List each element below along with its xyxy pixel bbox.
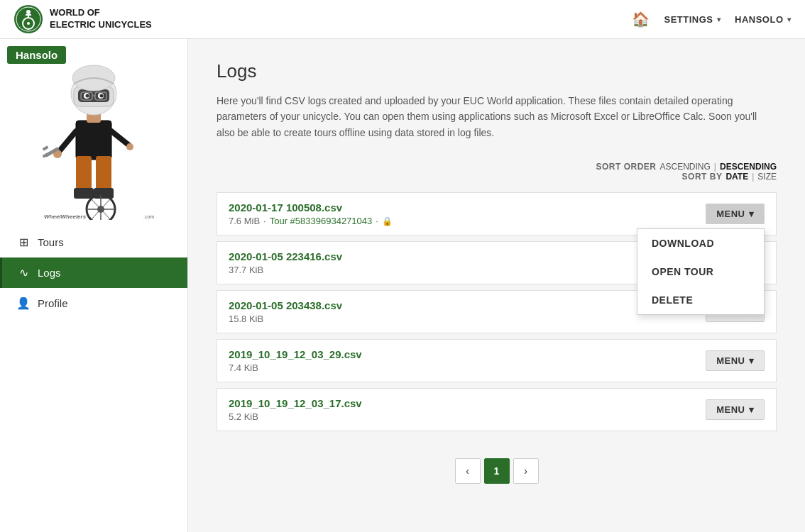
sort-separator-1: | [714,162,716,172]
home-button[interactable]: 🏠 [632,11,650,28]
log-entry-2-info: 2020-01-05 223416.csv 37.7 KiB [229,250,342,275]
log-menu-container-1: MENU ▾ DOWNLOAD OPEN TOUR DELETE [706,204,765,224]
menu-label-5: MENU [716,404,745,415]
menu-chevron-4: ▾ [749,355,755,366]
sort-by-size-button[interactable]: SIZE [757,172,777,182]
sidebar-avatar: WheelWheelers .com [0,39,187,223]
log-size-3: 15.8 KiB [229,314,263,324]
sort-by-label: SORT BY [682,172,723,182]
log-entry-3-info: 2020-01-05 203438.csv 15.8 KiB [229,299,342,324]
log-dropdown-1: DOWNLOAD OPEN TOUR DELETE [637,228,765,315]
pagination-page-1[interactable]: 1 [484,458,510,484]
avatar-illustration: WheelWheelers .com [23,43,165,220]
sidebar-item-tours-label: Tours [38,236,64,248]
log-entry-5-info: 2019_10_19_12_03_17.csv 5.2 KiB [229,397,362,422]
log-menu-button-4[interactable]: MENU ▾ [706,350,765,371]
logs-icon: ∿ [16,266,31,279]
sidebar-item-logs-label: Logs [38,267,61,279]
log-filename-5[interactable]: 2019_10_19_12_03_17.csv [229,397,362,409]
header: WORLD OF ELECTRIC UNICYCLES 🏠 SETTINGS ▾… [0,0,805,39]
svg-point-2 [27,22,30,25]
page-title: Logs [217,60,777,82]
svg-text:WheelWheelers: WheelWheelers [44,214,87,220]
log-entry-1: 2020-01-17 100508.csv 7.6 MiB · Tour #58… [217,192,777,235]
pagination-next[interactable]: › [513,458,539,484]
sidebar-item-profile[interactable]: 👤 Profile [0,288,187,318]
settings-button[interactable]: SETTINGS ▾ [664,14,721,25]
user-menu-button[interactable]: HANSOLO ▾ [735,14,791,25]
dropdown-download-1[interactable]: DOWNLOAD [637,229,764,257]
sidebar-navigation: ⊞ Tours ∿ Logs 👤 Profile [0,223,187,322]
settings-label: SETTINGS [664,14,713,25]
log-meta-4: 7.4 KiB [229,362,362,373]
svg-text:.com: .com [143,214,154,219]
svg-rect-18 [94,188,114,199]
sort-controls: SORT ORDER ASCENDING | DESCENDING SORT B… [217,162,777,182]
svg-point-25 [86,94,89,98]
log-meta-3: 15.8 KiB [229,314,342,324]
pagination: ‹ 1 › [217,458,777,484]
sort-order-label: SORT ORDER [596,162,657,172]
main-layout: Hansolo [0,39,805,532]
header-nav: 🏠 SETTINGS ▾ HANSOLO ▾ [632,11,791,28]
log-size-2: 37.7 KiB [229,265,263,275]
log-filename-2[interactable]: 2020-01-05 223416.csv [229,250,342,262]
lock-icon-1: 🔒 [382,216,393,226]
user-label: HANSOLO [735,14,784,25]
menu-chevron-5: ▾ [749,404,755,415]
log-filename-3[interactable]: 2020-01-05 203438.csv [229,299,342,311]
log-meta-5: 5.2 KiB [229,411,362,422]
main-content: Logs Here you'll find CSV logs created a… [188,39,805,532]
menu-chevron-1: ▾ [749,209,755,219]
sort-ascending-button[interactable]: ASCENDING [660,162,711,172]
logo-area: WORLD OF ELECTRIC UNICYCLES [14,5,152,33]
svg-rect-17 [74,188,94,199]
log-filename-1[interactable]: 2020-01-17 100508.csv [229,201,393,214]
log-sep-2: · [376,216,378,226]
svg-point-26 [100,94,104,98]
svg-rect-7 [76,121,111,160]
svg-point-14 [126,143,133,150]
pagination-prev[interactable]: ‹ [455,458,481,484]
log-menu-button-5[interactable]: MENU ▾ [706,399,765,420]
log-list: 2020-01-17 100508.csv 7.6 MiB · Tour #58… [217,192,777,437]
log-menu-button-1[interactable]: MENU ▾ [706,204,765,224]
profile-icon: 👤 [16,297,31,310]
log-size-1: 7.6 MiB [229,216,260,226]
user-chevron-icon: ▾ [787,16,792,23]
page-description: Here you'll find CSV logs created and up… [217,93,777,140]
sidebar: Hansolo [0,39,188,532]
log-entry-4-info: 2019_10_19_12_03_29.csv 7.4 KiB [229,348,362,373]
log-filename-4[interactable]: 2019_10_19_12_03_29.csv [229,348,362,360]
sort-by-date-button[interactable]: DATE [725,172,748,182]
menu-label-1: MENU [716,209,745,219]
svg-point-5 [26,10,31,14]
sidebar-item-tours[interactable]: ⊞ Tours [0,227,187,257]
svg-rect-16 [96,156,111,192]
sort-by-row: SORT BY DATE | SIZE [682,172,777,182]
log-entry-5: 2019_10_19_12_03_17.csv 5.2 KiB MENU ▾ [217,388,777,431]
svg-rect-15 [76,156,92,192]
sort-order-row: SORT ORDER ASCENDING | DESCENDING [596,162,777,172]
settings-chevron-icon: ▾ [717,16,721,23]
log-entry-4: 2019_10_19_12_03_29.csv 7.4 KiB MENU ▾ [217,339,777,382]
tours-icon: ⊞ [16,235,31,249]
log-meta-1: 7.6 MiB · Tour #583396934271043 · 🔒 [229,216,393,226]
menu-label-4: MENU [716,355,745,366]
sidebar-item-logs[interactable]: ∿ Logs [0,257,187,288]
logo-icon [14,5,43,33]
log-sep-1: · [263,216,266,226]
log-entry-1-info: 2020-01-17 100508.csv 7.6 MiB · Tour #58… [229,201,393,226]
log-size-5: 5.2 KiB [229,411,258,422]
sort-descending-button[interactable]: DESCENDING [720,162,777,172]
sidebar-item-profile-label: Profile [38,297,68,309]
sort-separator-2: | [752,172,754,182]
dropdown-delete-1[interactable]: DELETE [637,286,764,314]
log-tour-link-1[interactable]: Tour #583396934271043 [270,216,373,226]
dropdown-open-tour-1[interactable]: OPEN TOUR [637,257,764,286]
log-meta-2: 37.7 KiB [229,265,342,275]
logo-text: WORLD OF ELECTRIC UNICYCLES [50,7,152,31]
sidebar-username-badge: Hansolo [7,46,66,64]
log-size-4: 7.4 KiB [229,362,258,373]
